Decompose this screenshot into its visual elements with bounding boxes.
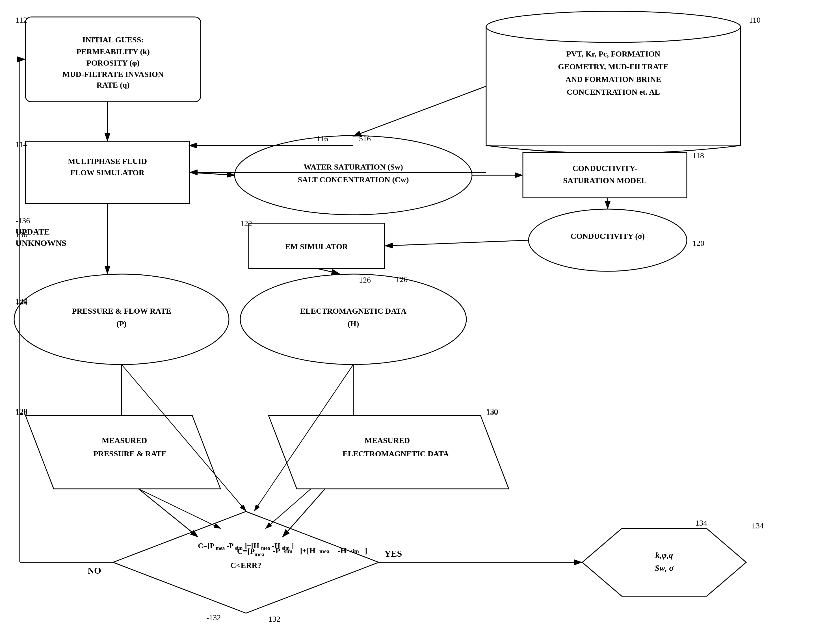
cond-sat-label-1: CONDUCTIVITY- — [572, 164, 637, 173]
update-label-2: UNKNOWNS — [16, 238, 66, 248]
diamond-label-4: -H — [338, 546, 346, 555]
svg-rect-4 — [25, 17, 201, 102]
svg-marker-12 — [25, 415, 221, 489]
svg-marker-15 — [582, 528, 746, 596]
svg-line-29 — [283, 489, 325, 537]
ref-132: 132 — [268, 615, 280, 623]
ref-116: 516 — [359, 134, 371, 143]
pvt-label-2: GEOMETRY, MUD-FILTRATE — [558, 62, 669, 71]
svg-point-3 — [486, 11, 741, 43]
pvt-label-4: CONCENTRATION et. AL — [567, 88, 660, 96]
meas-em-label-2: ELECTROMAGNETIC DATA — [343, 449, 449, 458]
cond-sat-label-2: SATURATION MODEL — [563, 176, 646, 185]
ref-126-label: 126 — [396, 275, 407, 284]
meas-em-label-1: MEASURED — [365, 436, 410, 445]
ref-114: 114 — [16, 140, 27, 149]
diamond-subscript-2: sim — [284, 548, 292, 554]
svg-point-11 — [240, 274, 466, 364]
svg-rect-2 — [486, 27, 741, 145]
initial-guess-label-4: MUD-FILTRATE INVASION — [62, 70, 164, 79]
svg-marker-13 — [268, 415, 509, 489]
svg-point-8 — [529, 209, 687, 271]
ref-134-label: 134 — [695, 519, 707, 527]
ref-120: 120 — [692, 239, 704, 248]
pvt-label-3: AND FORMATION BRINE — [565, 75, 662, 84]
water-sat-label-2: SALT CONCENTRATION (Cw) — [298, 175, 409, 184]
pressure-flow-label-2: (P) — [117, 319, 126, 328]
ref-116-label: 116 — [317, 134, 328, 143]
svg-rect-7 — [523, 153, 687, 198]
conductivity-label: CONDUCTIVITY (σ) — [571, 232, 645, 240]
water-sat-label-1: WATER SATURATION (Sw) — [303, 162, 403, 171]
diamond-subscript-4: sim — [351, 548, 359, 554]
em-data-label-2: (H) — [347, 319, 359, 328]
meas-pressure-label-2: PRESSURE & RATE — [93, 449, 166, 458]
diamond-label-3: ]+[H — [300, 546, 316, 555]
initial-guess-label-2: PERMEABILITY (k) — [76, 47, 150, 56]
ref-126: 126 — [359, 276, 371, 284]
yes-label: YES — [384, 549, 402, 559]
ref-136-label: -136 — [16, 216, 30, 225]
svg-line-26 — [139, 489, 198, 537]
ref-124-label: 124 — [16, 297, 27, 306]
ref-122: 122 — [240, 219, 252, 228]
initial-guess-label-1: INITIAL GUESS: — [82, 35, 144, 44]
ref-112: 112 — [16, 16, 27, 24]
svg-line-30 — [122, 364, 246, 511]
svg-line-19 — [189, 172, 235, 175]
ref-128-label: 128 — [16, 408, 27, 416]
multiphase-label-1: MULTIPHASE FLUID — [68, 157, 147, 166]
pressure-flow-label-1: PRESSURE & FLOW RATE — [72, 307, 171, 315]
ref-124: 124 — [16, 298, 27, 307]
svg-rect-5 — [25, 141, 189, 203]
em-data-label-1: ELECTROMAGNETIC DATA — [300, 307, 407, 315]
ref-134: 134 — [752, 521, 764, 530]
ref-118: 118 — [692, 151, 704, 160]
ref-130-label: 130 — [486, 408, 498, 416]
no-label: NO — [88, 566, 101, 575]
svg-line-18 — [353, 86, 486, 136]
diamond-label-1: C=[P — [237, 547, 255, 555]
diamond-label-2: -P — [273, 546, 280, 555]
ref-128: 128 — [16, 407, 27, 416]
svg-line-22 — [385, 240, 529, 246]
multiphase-label-2: FLOW SIMULATOR — [70, 168, 145, 177]
meas-pressure-label-1: MEASURED — [102, 436, 147, 445]
initial-guess-label-5: RATE (q) — [97, 80, 130, 89]
diamond-label-5: ] — [365, 546, 367, 555]
diamond-subscript-3: mea — [319, 548, 330, 554]
ref-132-label: -132 — [206, 613, 221, 622]
ref-130: 130 — [486, 407, 498, 416]
ref-136: 136 — [16, 230, 27, 239]
ref-110: 110 — [749, 16, 761, 24]
update-label-1: UPDATE — [16, 227, 50, 236]
svg-marker-14 — [113, 511, 379, 613]
svg-line-33 — [266, 489, 311, 528]
svg-rect-9 — [249, 223, 384, 268]
em-sim-label: EM SIMULATOR — [285, 242, 348, 251]
svg-line-31 — [139, 489, 221, 528]
hexagon-label-1: k,φ,q — [655, 550, 673, 560]
diamond-c-err: C<ERR? — [231, 561, 261, 570]
svg-line-32 — [254, 364, 353, 511]
diamond-subscript-1: mea — [254, 551, 265, 558]
hexagon-label-2: Sw, σ — [655, 563, 674, 572]
svg-point-6 — [235, 136, 472, 215]
svg-point-10 — [14, 274, 229, 364]
svg-line-24 — [317, 268, 339, 274]
pvt-label-1: PVT, Kr, Pc, FORMATION — [567, 49, 660, 58]
diamond-eq: C=[P mea -P sim ]+[H mea -H sim ] — [198, 542, 294, 552]
initial-guess-label-3: POROSITY (φ) — [87, 58, 140, 67]
